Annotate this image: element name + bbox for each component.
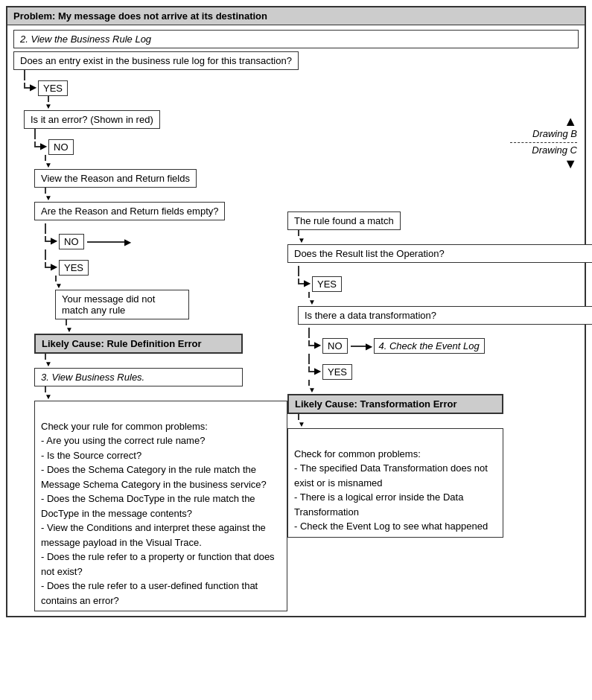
rule-found-text: The rule found a match: [294, 215, 394, 226]
no2-corner: [45, 236, 51, 242]
vert-9: [66, 319, 287, 325]
arrow-r1: ▼: [298, 236, 592, 244]
vert-2: [48, 96, 49, 102]
problem-header: Problem: My message does not arrive at i…: [7, 7, 585, 25]
yes3-arrow-icon: ▶: [304, 278, 311, 288]
no2-label: NO: [64, 236, 79, 247]
rule-found-wrapper: The rule found a match: [287, 211, 592, 230]
arrow-to-action1: ▼: [34, 155, 52, 169]
arrow-down-icon: ▼: [564, 157, 577, 171]
q1-box: Does an entry exist in the business rule…: [13, 51, 299, 70]
yes3-label: YES: [317, 279, 337, 290]
msg-no-match-box: Your message did not match any rule: [55, 290, 189, 319]
section2-label: 2. View the Business Rule Log: [20, 34, 151, 45]
left-check-text: Check your rule for common problems: - A…: [41, 421, 275, 606]
no3-label-row: ▶ NO ▶ 4. Check the Event Log: [298, 338, 592, 354]
vert-7: [45, 249, 46, 260]
vert-11: [45, 386, 287, 392]
yes1-box: YES: [38, 80, 68, 96]
left-check-box: Check your rule for common problems: - A…: [34, 401, 287, 611]
no3-label: NO: [328, 340, 343, 351]
vert-r3: [308, 292, 592, 298]
arrow-5: ▼: [45, 194, 52, 202]
yes3-row: [287, 266, 592, 276]
flowchart-diagram: Problem: My message does not arrive at i…: [6, 6, 586, 617]
msg-no-match-text: Your message did not match any rule: [62, 293, 155, 316]
q2-text: Is it an error? (Shown in red): [31, 114, 153, 125]
no1-label: NO: [54, 141, 69, 153]
q3-box: Are the Reason and Return fields empty?: [34, 202, 225, 220]
no1-label-row: ▶ NO: [24, 139, 74, 155]
yes2-label: YES: [64, 262, 83, 273]
yes4-row: [298, 354, 592, 364]
yes1-row: [13, 70, 25, 80]
yes4-corner: [308, 366, 314, 372]
arrow-4: ▼: [45, 161, 52, 169]
vert-10: [45, 354, 287, 360]
no1-row: [24, 129, 36, 139]
no2-label-row: ▶ NO ▶: [34, 234, 287, 249]
no3-row: [298, 328, 592, 338]
q4-text: Does the Result list the Operation?: [294, 248, 445, 259]
vert-3: [34, 129, 36, 139]
right-column: The rule found a match ▼ Does the Result…: [287, 206, 592, 596]
arrow-10: ▼: [45, 360, 287, 368]
q4-box: Does the Result list the Operation?: [287, 244, 592, 263]
yes2-box: YES: [59, 260, 89, 276]
action1-text: View the Reason and Return fields: [41, 173, 190, 184]
q1-text: Does an entry exist in the business rule…: [20, 55, 292, 66]
section3-label: 3. View Business Rules.: [41, 372, 144, 383]
arrow-to-q3: ▼: [34, 188, 52, 202]
no3-box: NO: [322, 338, 348, 354]
drawing-arrows: ▲ Drawing B Drawing C ▼: [510, 115, 577, 171]
yes4-box: YES: [322, 364, 352, 380]
no1-arrow-icon: ▶: [40, 141, 47, 151]
drawing-labels: ▲ Drawing B Drawing C ▼: [510, 115, 577, 171]
problem-title: Problem: My message does not arrive at i…: [13, 10, 267, 22]
likely-cause-1-box: Likely Cause: Rule Definition Error: [34, 334, 243, 354]
yes2-arrow-icon: ▶: [51, 261, 57, 272]
yes3-box: YES: [312, 276, 342, 292]
arrow-to-q2: ▼: [24, 96, 52, 110]
likely-cause-2-text: Likely Cause: Transformation Error: [295, 398, 456, 410]
q3-text: Are the Reason and Return fields empty?: [41, 206, 218, 217]
no2-row: [34, 223, 287, 234]
no1-corner: [34, 141, 40, 147]
vert-r4: [308, 328, 310, 338]
vert-r7: [298, 414, 592, 420]
q5-box: Is there a data transformation?: [298, 306, 592, 325]
vert-8: [55, 276, 287, 281]
arrow-r6: ▼: [308, 386, 592, 394]
vert-r2: [298, 266, 299, 276]
section2-box: 2. View the Business Rule Log: [13, 30, 579, 48]
yes1-corner: [24, 83, 30, 89]
right-check-box: Check for common problems: - The specifi…: [287, 428, 503, 538]
horiz-line-no3: [351, 346, 366, 347]
action1-box: View the Reason and Return fields: [34, 169, 197, 188]
rule-found-box: The rule found a match: [287, 211, 401, 230]
diagram-body: ▲ Drawing B Drawing C ▼ 2. View the Busi…: [7, 25, 585, 616]
vert-line-1: [24, 70, 25, 80]
arrow-9: ▼: [66, 325, 287, 334]
no2-arrow-icon: ▶: [51, 235, 57, 246]
drawing-c-label: Drawing C: [532, 144, 577, 156]
no3-arrow-icon: ▶: [314, 340, 321, 350]
likely-cause-1-text: Likely Cause: Rule Definition Error: [42, 338, 202, 349]
arrow-r7: ▼: [298, 420, 592, 428]
arrow-8: ▼: [55, 281, 287, 290]
arrow-r3: ▼: [308, 298, 592, 306]
horiz-arrow-no3: ▶: [366, 341, 372, 351]
left-column: ▶ NO ▶ ▶: [34, 220, 287, 611]
yes2-row: [34, 249, 287, 260]
yes3-corner: [298, 279, 304, 284]
right-check-text: Check for common problems: - The specifi…: [294, 448, 488, 532]
no3-corner: [308, 340, 314, 346]
check-event-log-box: 4. Check the Event Log: [374, 338, 485, 354]
drawing-divider: [510, 142, 577, 143]
yes1-arrow: ▶: [30, 82, 36, 92]
vert-r1: [298, 230, 592, 236]
branch-split: ▶ NO ▶ ▶: [34, 220, 592, 611]
vert-6: [45, 223, 46, 234]
vert-5: [45, 188, 46, 194]
drawing-b-label: Drawing B: [532, 128, 577, 139]
